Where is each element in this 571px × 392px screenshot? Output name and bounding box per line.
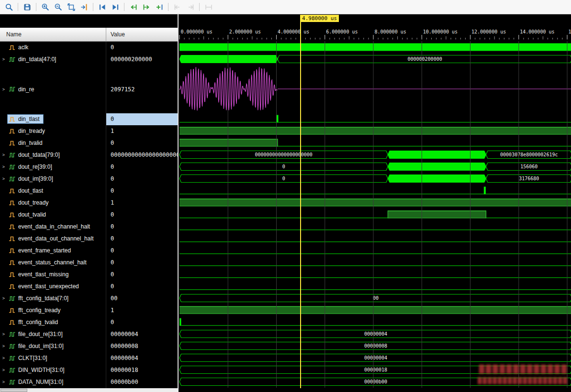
signal-name-cell[interactable]: >DIN_WIDTH[31:0] (0, 364, 106, 376)
signal-row[interactable]: din_tready1 (0, 125, 178, 137)
signal-row[interactable]: >din_tdata[47:0]000000200000 (0, 54, 178, 65)
signal-row[interactable]: event_status_channel_halt0 (0, 257, 178, 269)
signal-name-wrap[interactable]: din_re (7, 85, 38, 94)
signal-name-cell[interactable]: >dout_re[39:0] (0, 161, 106, 173)
signal-name-wrap[interactable]: din_tdata[47:0] (7, 54, 60, 64)
zoom-out-icon[interactable] (52, 1, 65, 13)
signal-name-wrap[interactable]: event_data_out_channel_halt (7, 234, 97, 243)
signal-name-cell[interactable]: event_tlast_unexpected (0, 281, 106, 293)
signal-name-cell[interactable]: >CLKT[31:0] (0, 352, 106, 364)
add-marker-icon[interactable] (153, 1, 166, 13)
signal-row[interactable]: event_tlast_missing0 (0, 269, 178, 281)
next-transition-icon[interactable] (140, 1, 153, 13)
signal-name-cell[interactable]: >file_dout_re[31:0] (0, 328, 106, 340)
signal-name-wrap[interactable]: din_tready (7, 126, 49, 136)
signal-row[interactable]: >file_dout_im[31:0]00000008 (0, 340, 178, 352)
prev-edge-icon[interactable] (171, 1, 184, 13)
signal-name-cell[interactable]: dout_tlast (0, 185, 106, 197)
expand-chevron-icon[interactable]: > (0, 152, 7, 157)
expand-chevron-icon[interactable]: > (0, 380, 7, 384)
cursor-line[interactable] (300, 22, 301, 388)
signal-row[interactable]: fft_config_tready1 (0, 305, 178, 316)
signal-name-wrap[interactable]: file_dout_im[31:0] (7, 341, 67, 351)
signal-row[interactable]: fft_config_tvalid0 (0, 316, 178, 328)
signal-name-cell[interactable]: event_data_in_channel_halt (0, 221, 106, 233)
signal-name-wrap[interactable]: fft_config_tvalid (7, 317, 62, 327)
signal-row[interactable]: dout_tlast0 (0, 185, 178, 197)
save-icon[interactable] (21, 1, 34, 13)
signal-row[interactable]: event_data_out_channel_halt0 (0, 233, 178, 245)
signal-name-cell[interactable]: >din_re (0, 65, 106, 113)
signal-name-wrap[interactable]: fft_config_tready (7, 305, 65, 315)
signal-name-cell[interactable]: >file_dout_im[31:0] (0, 340, 106, 352)
signal-name-cell[interactable]: >dout_tdata[79:0] (0, 149, 106, 161)
signal-row[interactable]: dout_tvalid0 (0, 209, 178, 221)
signal-row[interactable]: >fft_config_tdata[7:0]00 (0, 293, 178, 305)
signal-name-wrap[interactable]: event_tlast_missing (7, 270, 72, 279)
signal-name-wrap[interactable]: dout_tready (7, 198, 52, 207)
expand-chevron-icon[interactable]: > (0, 176, 7, 181)
expand-chevron-icon[interactable]: > (0, 87, 7, 92)
signal-row[interactable]: >dout_re[39:0]0 (0, 161, 178, 173)
signal-row[interactable]: >dout_im[39:0]0 (0, 173, 178, 185)
signal-row[interactable]: >din_re2097152 (0, 65, 178, 113)
zoom-to-cursor-icon[interactable] (78, 1, 90, 13)
time-ruler[interactable]: 0.000000 us2.000000 us4.000000 us6.00000… (179, 28, 571, 41)
signal-name-wrap[interactable]: dout_tdata[79:0] (7, 150, 64, 160)
search-icon[interactable] (2, 1, 15, 13)
signal-name-cell[interactable]: fft_config_tvalid (0, 316, 106, 328)
signal-name-wrap[interactable]: din_tvalid (7, 138, 46, 148)
signal-name-cell[interactable]: din_tready (0, 125, 106, 137)
signal-row[interactable]: dout_tready1 (0, 197, 178, 209)
interval-icon[interactable] (202, 1, 215, 13)
go-to-start-icon[interactable] (96, 1, 109, 13)
signal-row[interactable]: event_data_in_channel_halt0 (0, 221, 178, 233)
horizontal-scrollbar[interactable] (0, 388, 179, 392)
signal-name-cell[interactable]: >dout_im[39:0] (0, 173, 106, 185)
signal-name-wrap[interactable]: dout_tlast (7, 186, 47, 196)
signal-name-cell[interactable]: >din_tdata[47:0] (0, 54, 106, 65)
signal-name-wrap[interactable]: dout_tvalid (7, 210, 50, 219)
signal-row[interactable]: >DIN_WIDTH[31:0]00000018 (0, 364, 178, 376)
signal-name-cell[interactable]: din_tlast (0, 113, 106, 125)
zoom-in-icon[interactable] (39, 1, 52, 13)
expand-chevron-icon[interactable]: > (0, 368, 7, 372)
signal-row[interactable]: din_tvalid0 (0, 137, 178, 149)
signal-name-cell[interactable]: event_frame_started (0, 245, 106, 257)
signal-row[interactable]: >CLKT[31:0]00000004 (0, 352, 178, 364)
signal-name-cell[interactable]: dout_tvalid (0, 209, 106, 221)
signal-name-cell[interactable]: din_tvalid (0, 137, 106, 149)
signal-row[interactable]: din_tlast0 (0, 113, 178, 125)
go-to-end-icon[interactable] (109, 1, 122, 13)
signal-name-wrap[interactable]: fft_config_tdata[7:0] (7, 294, 72, 303)
next-edge-icon[interactable] (184, 1, 197, 13)
signal-name-cell[interactable]: aclk (0, 42, 106, 54)
signal-name-wrap[interactable]: dout_im[39:0] (7, 174, 57, 184)
name-column-header[interactable]: Name (0, 28, 106, 41)
signal-name-cell[interactable]: event_data_out_channel_halt (0, 233, 106, 245)
signal-name-cell[interactable]: dout_tready (0, 197, 106, 209)
signal-name-wrap[interactable]: event_frame_started (7, 246, 75, 255)
expand-chevron-icon[interactable]: > (0, 344, 7, 348)
signal-name-wrap[interactable]: event_tlast_unexpected (7, 282, 83, 291)
signal-name-wrap[interactable]: file_dout_re[31:0] (7, 329, 67, 339)
signal-name-wrap[interactable]: event_status_channel_halt (7, 258, 90, 267)
signal-name-cell[interactable]: fft_config_tready (0, 305, 106, 316)
signal-name-wrap[interactable]: aclk (7, 43, 32, 52)
signal-name-wrap[interactable]: DATA_NUM[31:0] (7, 377, 67, 387)
value-column-header[interactable]: Value (106, 28, 178, 41)
expand-chevron-icon[interactable]: > (0, 332, 7, 337)
signal-row[interactable]: >dout_tdata[79:0]00000000000000000000 (0, 149, 178, 161)
signal-name-cell[interactable]: >fft_config_tdata[7:0] (0, 293, 106, 305)
signal-name-cell[interactable]: event_tlast_missing (0, 269, 106, 281)
expand-chevron-icon[interactable]: > (0, 57, 7, 62)
prev-transition-icon[interactable] (127, 1, 140, 13)
expand-chevron-icon[interactable]: > (0, 356, 7, 360)
scrollbar-thumb[interactable] (0, 389, 27, 392)
expand-chevron-icon[interactable]: > (0, 296, 7, 301)
time-ruler-svg[interactable]: 0.000000 us2.000000 us4.000000 us6.00000… (179, 28, 571, 41)
signal-name-wrap[interactable]: DIN_WIDTH[31:0] (7, 365, 68, 375)
signal-row[interactable]: event_tlast_unexpected0 (0, 281, 178, 293)
signal-name-wrap[interactable]: dout_re[39:0] (7, 162, 56, 172)
signal-row[interactable]: event_frame_started0 (0, 245, 178, 257)
